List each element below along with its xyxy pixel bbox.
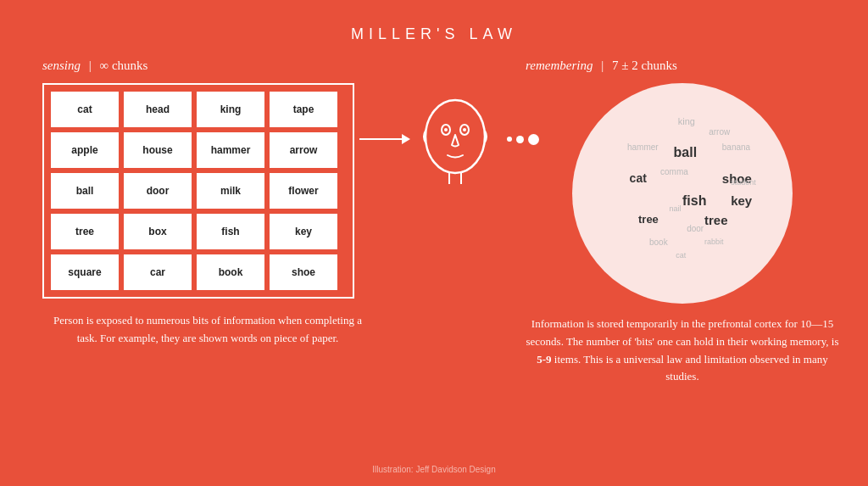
circle-word-faded: rabbit xyxy=(704,237,724,246)
circle-word-faded: book xyxy=(649,237,668,247)
grid-cell: tree xyxy=(51,214,119,249)
grid-cell: box xyxy=(124,214,192,249)
left-section: sensing | ∞ chunks catheadkingtapeappleh… xyxy=(42,59,373,348)
right-section: remembering | 7 ± 2 chunks ballcatshoefi… xyxy=(526,59,839,386)
grid-cell: door xyxy=(124,173,192,209)
circle-word-bold: key xyxy=(731,193,752,208)
grid-cell: square xyxy=(51,254,119,290)
circle-word-faded: king xyxy=(678,116,695,126)
grid-cell: king xyxy=(197,92,264,127)
circle-word-faded: hammer xyxy=(627,142,659,152)
dot-large xyxy=(528,134,539,145)
circle-word-faded: cat xyxy=(676,251,686,260)
face-arrow-container xyxy=(359,92,539,186)
svg-point-3 xyxy=(444,128,448,131)
grid-cell: book xyxy=(197,254,264,290)
dot-medium xyxy=(516,136,524,143)
grid-cell: head xyxy=(124,92,192,127)
face-icon xyxy=(417,92,493,186)
circle-word-faded: comma xyxy=(660,167,688,176)
circle-words-overlay: ballcatshoefishkeytreetreekingarrowhamme… xyxy=(572,83,793,304)
page-title: MILLER'S LAW xyxy=(42,25,826,43)
circle-word-faded: student xyxy=(731,178,756,187)
grid-cell: key xyxy=(270,214,337,249)
grid-cell: house xyxy=(124,132,192,168)
right-description: Information is stored temporarily in the… xyxy=(526,316,839,386)
circle-word-bold: tree xyxy=(638,213,659,226)
grid-cell: apple xyxy=(51,132,119,168)
dots-container xyxy=(507,134,539,145)
svg-point-4 xyxy=(463,128,466,131)
remembering-label: remembering | 7 ± 2 chunks xyxy=(526,59,839,73)
middle-section xyxy=(373,59,526,186)
circle-word-bold: tree xyxy=(704,213,728,227)
grid-cell: fish xyxy=(197,214,264,249)
grid-cell: tape xyxy=(270,92,337,127)
grid-cell: car xyxy=(124,254,192,290)
left-description: Person is exposed to numerous bits of in… xyxy=(42,312,373,348)
page-container: MILLER'S LAW sensing | ∞ chunks catheadk… xyxy=(0,0,868,486)
word-grid: catheadkingtapeapplehousehammerarrowball… xyxy=(42,83,354,299)
circle-word-bold: cat xyxy=(630,171,647,185)
grid-cell: shoe xyxy=(270,254,337,290)
grid-cell: cat xyxy=(51,92,119,127)
circle-word-faded: banana xyxy=(722,142,750,152)
grid-cell: ball xyxy=(51,173,119,209)
grid-cell: arrow xyxy=(270,132,337,168)
main-content: sensing | ∞ chunks catheadkingtapeappleh… xyxy=(42,59,826,386)
circle-word-bold: fish xyxy=(682,193,706,209)
memory-circle-container: ballcatshoefishkeytreetreekingarrowhamme… xyxy=(564,83,801,304)
grid-cell: milk xyxy=(197,173,264,209)
circle-word-faded: nail xyxy=(669,204,681,213)
arrow-container xyxy=(359,134,410,144)
circle-word-faded: arrow xyxy=(709,127,730,137)
circle-word-bold: ball xyxy=(674,145,698,160)
footer: Illustration: Jeff Davidson Design xyxy=(372,465,495,474)
circle-word-faded: door xyxy=(687,224,704,233)
arrow-head xyxy=(402,134,410,144)
dot-small xyxy=(507,137,512,142)
bold-text: 5-9 xyxy=(537,353,551,366)
grid-cell: flower xyxy=(270,173,337,209)
grid-cell: hammer xyxy=(197,132,264,168)
sensing-label: sensing | ∞ chunks xyxy=(42,59,373,73)
arrow-shaft xyxy=(359,138,402,140)
